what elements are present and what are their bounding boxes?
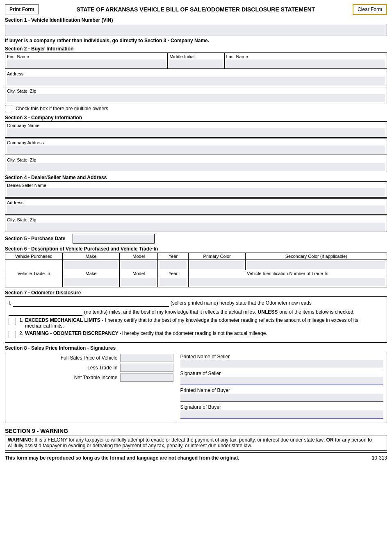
col-tradein-model: Model xyxy=(120,270,158,277)
net-taxable-input[interactable] xyxy=(120,373,173,382)
buyer-address-input[interactable] xyxy=(7,77,385,85)
odometer-line2: (no tenths) miles, and the best of my kn… xyxy=(9,308,383,316)
buyer-city-container: City, State, Zip xyxy=(5,87,387,103)
company-name-label: Company Name xyxy=(7,123,385,128)
first-name-cell: First Name xyxy=(5,53,168,68)
odometer-item2-text: WARNING - ODOMETER DISCREPANCY -I hereby… xyxy=(25,330,267,336)
section7-header: Section 7 - Odometer Disclosure xyxy=(5,290,387,296)
purchased-year-input[interactable] xyxy=(160,261,186,269)
warning-text: It is a FELONY for any taxpayer to willf… xyxy=(33,437,325,443)
first-name-input[interactable] xyxy=(7,59,166,68)
net-taxable-label: Net Taxable Income xyxy=(9,375,120,380)
sig-buyer-input[interactable] xyxy=(180,410,384,419)
company-address-input[interactable] xyxy=(7,146,385,154)
printed-buyer-label: Printed Name of Buyer xyxy=(180,387,384,393)
sig-seller-input[interactable] xyxy=(180,377,384,385)
middle-initial-input[interactable] xyxy=(169,59,222,68)
col-secondary-color: Secondary Color (If applicable) xyxy=(246,253,387,260)
purchased-secondary-input[interactable] xyxy=(247,261,385,269)
purchased-model-input[interactable] xyxy=(121,261,156,269)
full-sales-input[interactable] xyxy=(120,354,173,362)
sig-seller-row: Signature of Seller xyxy=(180,371,384,385)
tradein-model-input[interactable] xyxy=(121,278,156,286)
company-address-label: Company Address xyxy=(7,140,385,146)
last-name-input[interactable] xyxy=(226,59,385,68)
company-city-input[interactable] xyxy=(7,163,385,171)
dealer-name-label: Dealer/Seller Name xyxy=(7,182,385,188)
purchase-date-input[interactable] xyxy=(73,234,155,244)
buyer-city-input[interactable] xyxy=(7,94,385,102)
section4-header: Section 4 - Dealer/Seller Name and Addre… xyxy=(5,175,387,180)
printed-buyer-input[interactable] xyxy=(180,394,384,402)
dealer-city-label: City, State, Zip xyxy=(7,217,385,223)
clear-button[interactable]: Clear Form xyxy=(353,4,387,15)
tradein-vehicle-cell xyxy=(5,277,63,287)
col-model: Model xyxy=(120,253,158,260)
tradein-make-input[interactable] xyxy=(64,278,118,286)
net-taxable-row: Net Taxable Income xyxy=(9,373,173,382)
unless-text: UNLESS xyxy=(258,309,278,315)
purchased-model-cell xyxy=(120,260,158,270)
odometer-item1-checkbox[interactable] xyxy=(9,318,16,325)
footer: This form may be reproduced so long as t… xyxy=(5,455,387,461)
seller-name-input[interactable] xyxy=(13,299,169,307)
printed-seller-input[interactable] xyxy=(180,360,384,368)
vin-input[interactable] xyxy=(5,24,387,36)
col-make: Make xyxy=(62,253,120,260)
multiple-owners-row: Check this box if there are multiple own… xyxy=(5,105,387,112)
middle-initial-label: Middle Initial xyxy=(169,54,222,59)
dealer-name-container: Dealer/Seller Name xyxy=(5,181,387,198)
odometer-i-label: I, xyxy=(9,300,11,306)
dealer-address-container: Address xyxy=(5,198,387,215)
table-row-tradein: Vehicle Trade-In Make Model Year Vehicle… xyxy=(5,270,387,277)
dealer-address-input[interactable] xyxy=(7,205,385,214)
section5-row: Section 5 - Purchase Date xyxy=(5,234,387,244)
purchased-vehicle-cell xyxy=(5,260,63,270)
section2-header: Section 2 - Buyer Information xyxy=(5,46,387,52)
section8-prices: Full Sales Price of Vehicle Less Trade-I… xyxy=(5,352,177,423)
odometer-item2-desc: -I hereby certify that the odometer read… xyxy=(119,330,267,336)
last-name-cell: Last Name xyxy=(225,53,387,68)
printed-seller-row: Printed Name of Seller xyxy=(180,354,384,368)
full-sales-row: Full Sales Price of Vehicle xyxy=(9,354,173,362)
purchased-primary-input[interactable] xyxy=(190,261,244,269)
odometer-item1: 1. EXCEEDS MECHANICAL LIMITS - I hereby … xyxy=(9,317,383,329)
middle-initial-cell: Middle Initial xyxy=(168,53,224,68)
section8-container: Full Sales Price of Vehicle Less Trade-I… xyxy=(5,352,387,423)
odometer-miles-input[interactable] xyxy=(9,308,82,316)
section7-box: I, (sellers printed name) hereby state t… xyxy=(5,296,387,343)
printed-buyer-row: Printed Name of Buyer xyxy=(180,387,384,402)
section8-signatures: Printed Name of Seller Signature of Sell… xyxy=(177,352,387,423)
purchased-secondary-cell xyxy=(246,260,387,270)
section9-header: SECTION 9 - WARNING xyxy=(5,428,387,434)
vin-input-container xyxy=(5,24,387,36)
col-primary-color: Primary Color xyxy=(188,253,246,260)
tradein-make-cell xyxy=(62,277,120,287)
company-city-label: City, State, Zip xyxy=(7,157,385,163)
printed-seller-label: Printed Name of Seller xyxy=(180,354,384,360)
tradein-vin-input[interactable] xyxy=(190,278,385,286)
tradein-year-input[interactable] xyxy=(160,278,186,286)
col-tradein-make: Make xyxy=(62,270,120,277)
col-year: Year xyxy=(158,253,188,260)
dealer-name-input[interactable] xyxy=(7,188,385,196)
odometer-item2-num: 2. xyxy=(19,330,23,336)
purchased-make-input[interactable] xyxy=(64,261,118,269)
buyer-address-container: Address xyxy=(5,70,387,86)
multiple-owners-checkbox[interactable] xyxy=(5,105,12,112)
col-tradein-year: Year xyxy=(158,270,188,277)
section1-header: Section 1 - Vehicle Identification Numbe… xyxy=(5,17,387,23)
buyer-address-label: Address xyxy=(7,71,385,77)
table-row-purchased xyxy=(5,260,387,270)
less-trade-input[interactable] xyxy=(120,364,173,372)
odometer-item1-text: EXCEEDS MECHANICAL LIMITS - I hereby cer… xyxy=(25,317,383,329)
reproduction-note: This form may be reproduced so long as t… xyxy=(5,455,239,461)
print-button[interactable]: Print Form xyxy=(5,5,39,14)
tradein-year-cell xyxy=(158,277,188,287)
company-name-input[interactable] xyxy=(7,128,385,137)
less-trade-label: Less Trade-In xyxy=(9,365,120,371)
odometer-line2-end: one of the items below is checked: xyxy=(279,309,354,315)
multiple-owners-label: Check this box if there are multiple own… xyxy=(16,106,108,112)
odometer-item2-checkbox[interactable] xyxy=(9,331,16,338)
dealer-city-input[interactable] xyxy=(7,223,385,231)
